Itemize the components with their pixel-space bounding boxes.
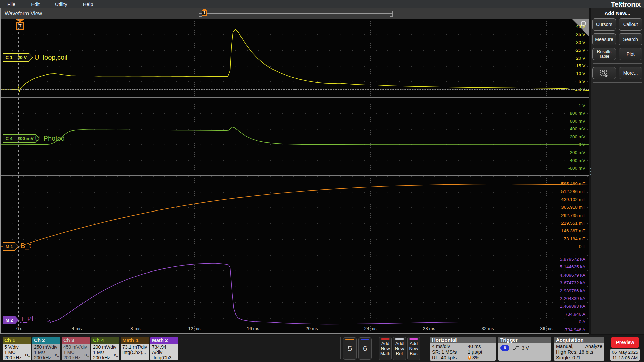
channel-setting-row: 450 mV/div (63, 344, 89, 350)
trigger-panel-title: Trigger (498, 337, 551, 343)
horizontal-panel[interactable]: Horizontal 4 ms/div40 msSR: 1 MS/s1 µs/p… (430, 337, 496, 361)
channel-badge-title: Ch 4 (91, 337, 119, 344)
waveform-plot-area[interactable]: T C 1 20 V U_loop,coil C 4 200 mV U_Phot… (1, 19, 589, 333)
channel-badge-c1[interactable]: C 1 20 V (3, 53, 33, 62)
y-tick-label-ch1: 5 V (579, 79, 585, 84)
time-gridline (253, 19, 253, 333)
channel-badge-title: Ch 1 (3, 337, 31, 344)
acquisition-resolution: High Res: 16 bits (556, 349, 593, 355)
zoom-region-button[interactable] (592, 67, 616, 79)
more-button[interactable]: More... (619, 67, 642, 79)
minimap-trigger-icon[interactable]: T (201, 9, 207, 17)
zero-line-ch4 (1, 145, 589, 145)
y-tick-label-m2: 2.204839 kA (560, 296, 585, 301)
bandwidth-limit-icon: Bw (114, 353, 118, 359)
channel-setting-row: 200 mV/div (93, 344, 118, 350)
channel-badge-settings: 734.94 A/div-Intg(Ch3... (150, 344, 178, 360)
trigger-panel[interactable]: Trigger 6 3 V (498, 337, 551, 361)
footer-separator (376, 337, 376, 359)
horizontal-value-right: T3% (468, 355, 494, 361)
zoom-region-icon (599, 69, 609, 77)
add-button-label: AddNewRef (395, 341, 404, 356)
horizontal-position-minimap[interactable]: T (199, 10, 393, 17)
channel-badge-c4[interactable]: C 4 200 mV (3, 134, 39, 143)
minimap-right-bracket[interactable] (390, 11, 393, 17)
channel-setting-row: 5 V/div (4, 344, 30, 350)
y-tick-label-m1: 365.918 mT (561, 205, 585, 210)
add-color-stripe (395, 338, 404, 340)
channel-config-badge-math2[interactable]: Math 2734.94 A/div-Intg(Ch3... (150, 337, 178, 360)
sidebar-button-plot[interactable]: Plot (619, 48, 642, 60)
time-gridline (136, 19, 136, 333)
menu-bar: FileEditUtilityHelp (0, 0, 644, 8)
channel-config-badge-math1[interactable]: Math 173.1 mT/divIntg(Ch2)... (121, 337, 149, 360)
right-sidebar: Add New... CursorsCalloutMeasureSearchRe… (591, 8, 644, 334)
trace-label-uphotod: U_Photod (35, 135, 65, 142)
datetime-display: 06 May 2025 11:13:06 AM (610, 349, 640, 361)
menu-item-utility[interactable]: Utility (55, 1, 67, 7)
channel-config-badge-ch1[interactable]: Ch 15 V/div1 MΩ200 kHzBw (3, 337, 31, 360)
sidebar-button-measure[interactable]: Measure (592, 33, 616, 45)
sidebar-button-grid: CursorsCalloutMeasureSearchResultsTableP… (592, 18, 642, 60)
y-tick-label-m2: 5.144625 kA (560, 264, 585, 269)
menu-item-help[interactable]: Help (83, 1, 93, 7)
acquisition-analyze: Analyze (585, 344, 602, 349)
time-tick-label: 12 ms (188, 326, 201, 331)
menu-item-edit[interactable]: Edit (31, 1, 40, 7)
horizontal-value-text: 40 ms (468, 344, 481, 349)
bandwidth-limit-icon: Bw (25, 353, 30, 359)
y-tick-label-ch4: -200 mV (568, 150, 585, 155)
horizontal-row: 4 ms/div40 ms (432, 344, 494, 349)
y-tick-label-m2: 5.879572 kA (560, 257, 585, 262)
sidebar-divider (593, 82, 642, 83)
y-tick-label-m2: 3.674732 kA (560, 280, 585, 285)
channel-badge-settings: 450 mV/div1 MΩ200 kHzBw (62, 344, 90, 360)
y-tick-label-m1: 146.367 mT (561, 228, 585, 233)
footer-separator (607, 337, 607, 359)
preview-button[interactable]: Preview (611, 337, 639, 348)
channel-config-badge-ch3[interactable]: Ch 3450 mV/div1 MΩ200 kHzBw (62, 337, 90, 360)
add-color-stripe (409, 338, 418, 340)
trigger-source-badge: 6 (500, 345, 509, 351)
math-slot-button-5[interactable]: 5 (343, 337, 357, 360)
y-tick-label-m2: 4.409679 kA (560, 273, 585, 278)
channel-config-badge-ch2[interactable]: Ch 2250 mV/div1 MΩ200 kHzBw (32, 337, 60, 360)
y-tick-label-m1: 292.735 mT (561, 213, 585, 218)
minimap-line (199, 13, 393, 14)
menu-item-file[interactable]: File (7, 1, 15, 7)
y-tick-label-ch4: 200 mV (570, 134, 585, 139)
trigger-flag-icon: T (468, 356, 471, 360)
time-gridline (429, 19, 429, 333)
trace-ch4 (1, 127, 589, 145)
zero-line-m2 (1, 322, 589, 322)
sidebar-button-results-table[interactable]: ResultsTable (592, 48, 616, 60)
waveform-traces (1, 19, 589, 333)
horizontal-value-left: SR: 1 MS/s (432, 349, 457, 355)
sidebar-button-search[interactable]: Search (619, 33, 642, 45)
y-tick-label-m1: 512.286 mT (561, 189, 585, 194)
y-tick-label-ch1: 15 V (576, 63, 585, 68)
channel-config-badge-ch4[interactable]: Ch 4200 mV/div1 MΩ200 kHzBw (91, 337, 119, 360)
trigger-t-icon: T (16, 22, 24, 30)
channel-badge-title: Math 1 (121, 337, 149, 344)
horizontal-value-left: 4 ms/div (432, 344, 450, 349)
sidebar-button-cursors[interactable]: Cursors (592, 18, 616, 31)
sidebar-button-callout[interactable]: Callout (619, 18, 642, 31)
minimap-trigger-t-icon: T (202, 10, 207, 16)
trace-ch1 (1, 29, 589, 92)
add-new-bus-button[interactable]: AddNewBus (407, 337, 420, 360)
channel-setting-row: 250 mV/div (34, 344, 59, 350)
add-new-math-button[interactable]: AddNewMath (379, 337, 392, 360)
add-new-ref-button[interactable]: AddNewRef (393, 337, 406, 360)
y-tick-label-ch1: 10 V (576, 71, 585, 76)
channel-setting-row: -Intg(Ch3... (152, 355, 177, 360)
channel-badge-c4-source: C 4 (3, 136, 15, 141)
math-slot-button-6[interactable]: 6 (358, 337, 372, 360)
horizontal-value-left: RL: 40 kpts (432, 355, 457, 361)
channel-badge-title: Ch 2 (32, 337, 60, 344)
horizontal-value-right: 40 ms (468, 344, 494, 349)
acquisition-panel[interactable]: Acquisition Manual, Analyze High Res: 16… (554, 337, 604, 361)
trigger-position-marker[interactable]: T (13, 19, 27, 33)
sidebar-divider (593, 63, 642, 64)
y-tick-label-ch1: 25 V (576, 48, 585, 53)
